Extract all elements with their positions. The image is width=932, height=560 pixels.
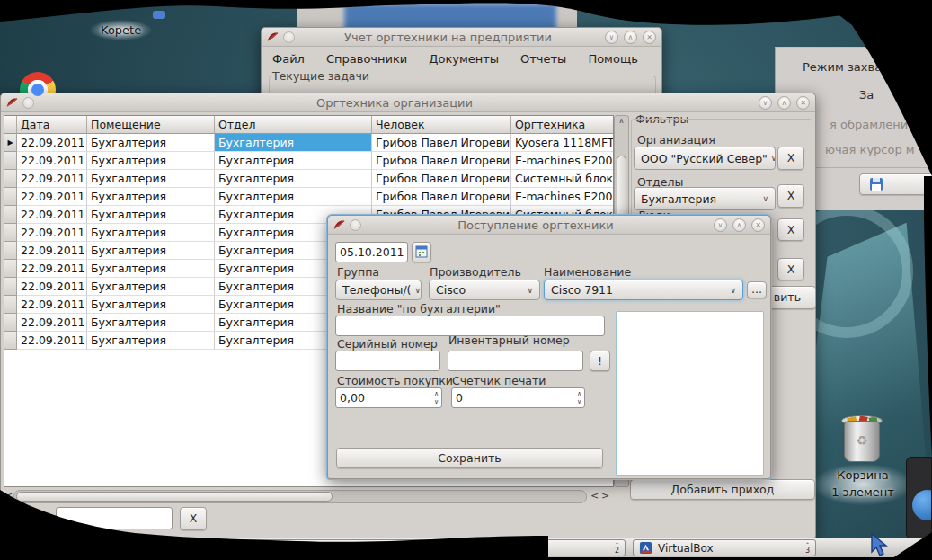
spinner-arrows-icon[interactable]: ∧∨ — [577, 389, 581, 407]
main-window-titlebar[interactable]: Учет оргтехники на предприятии ∨ ∧ ✕ — [262, 28, 661, 47]
dialog-list-box[interactable] — [616, 311, 764, 476]
scroll-right-icon[interactable]: > — [601, 490, 609, 502]
warning-button[interactable]: ! — [590, 351, 610, 371]
clear-organization-button[interactable]: X — [777, 147, 804, 170]
ksnapshot-save-button[interactable] — [859, 173, 932, 195]
table-cell[interactable]: E-machines E200H — [511, 152, 614, 170]
scroll-up-icon[interactable]: ∧ — [616, 117, 627, 130]
trash-label[interactable]: Корзина 1 элемент — [813, 464, 912, 505]
clear-filter4-button[interactable]: X — [777, 258, 804, 280]
table-cell[interactable]: Системный блок — [511, 170, 614, 188]
panel-widget-fragment[interactable] — [906, 457, 932, 539]
more-button[interactable]: ... — [747, 281, 767, 298]
calendar-button[interactable] — [412, 242, 431, 262]
table-cell[interactable]: 22.09.2011 — [17, 152, 87, 170]
window-menu-button[interactable] — [22, 97, 34, 109]
table-cell[interactable]: 22.09.2011 — [17, 242, 87, 260]
row-header-cell[interactable] — [4, 224, 17, 242]
column-header-room[interactable]: Помещение — [87, 116, 215, 134]
table-cell[interactable]: Грибов Павел Игоревич — [372, 134, 511, 152]
row-header-cell[interactable] — [4, 206, 17, 224]
inventory-input[interactable] — [448, 351, 583, 371]
minimize-icon[interactable]: ∨ — [759, 96, 772, 110]
corner-header-cell[interactable] — [4, 116, 17, 134]
column-header-department[interactable]: Отдел — [215, 116, 372, 134]
horizontal-scrollbar-thumb[interactable] — [16, 492, 333, 502]
serial-input[interactable] — [335, 351, 440, 371]
table-cell[interactable]: 22.09.2011 — [17, 332, 87, 350]
menu-documents[interactable]: Документы — [418, 52, 510, 66]
table-cell[interactable]: Бухгалтерия — [215, 152, 372, 170]
table-cell[interactable]: E-machines E200H — [511, 188, 614, 206]
spinner-arrows-icon[interactable]: ∧∨ — [434, 389, 439, 407]
table-cell[interactable]: Грибов Павел Игоревич — [372, 152, 511, 170]
maximize-icon[interactable]: ∧ — [777, 96, 791, 110]
table-cell[interactable]: Kyosera 1118MFT — [511, 134, 614, 152]
name-select[interactable]: Cisco 7911 ∨ — [544, 280, 743, 300]
table-cell[interactable]: Бухгалтерия — [87, 296, 215, 314]
table-cell[interactable]: 22.09.2011 — [17, 260, 87, 278]
table-cell[interactable]: 22.09.2011 — [17, 134, 87, 152]
maximize-icon[interactable]: ∧ — [624, 31, 637, 44]
table-filter-input[interactable] — [56, 507, 173, 529]
row-header-cell[interactable] — [4, 332, 17, 350]
table-cell[interactable]: 22.09.2011 — [17, 314, 87, 332]
kopete-icon-fragment[interactable] — [153, 11, 165, 19]
column-header-person[interactable]: Человек — [372, 116, 511, 134]
table-cell[interactable]: Бухгалтерия — [87, 278, 215, 296]
add-receipt-button[interactable]: Добавить приход — [630, 479, 815, 500]
date-input[interactable] — [335, 242, 408, 262]
table-row[interactable]: ▶22.09.2011БухгалтерияБухгалтерияГрибов … — [4, 134, 613, 152]
departments-select[interactable]: Бухгалтерия ∨ — [634, 187, 776, 210]
table-cell[interactable]: Бухгалтерия — [87, 224, 215, 242]
close-icon[interactable]: ✕ — [643, 31, 656, 44]
table-cell[interactable]: 22.09.2011 — [17, 278, 87, 296]
column-header-equipment[interactable]: Оргтехника — [511, 116, 614, 134]
price-input[interactable] — [335, 387, 442, 408]
table-cell[interactable]: Бухгалтерия — [87, 170, 215, 188]
table-cell[interactable]: Грибов Павел Игоревич — [372, 188, 511, 206]
clear-departments-button[interactable]: X — [777, 184, 804, 208]
row-header-cell[interactable] — [4, 260, 17, 278]
row-header-cell[interactable] — [4, 188, 17, 206]
kopete-desktop-icon-label[interactable]: Kopete — [90, 20, 152, 40]
column-header-date[interactable]: Дата — [17, 116, 87, 134]
table-cell[interactable]: 22.09.2011 — [17, 296, 87, 314]
table-cell[interactable]: Грибов Павел Игоревич — [372, 170, 511, 188]
table-cell[interactable]: 22.09.2011 — [17, 206, 87, 224]
table-cell[interactable]: Бухгалтерия — [87, 314, 215, 332]
organization-select[interactable]: ООО "Русский Север" ∨ — [634, 147, 776, 170]
minimize-icon[interactable]: ∨ — [714, 218, 727, 232]
equipment-window-titlebar[interactable]: Оргтехника организации ∨ ∧ ✕ — [1, 93, 815, 112]
table-cell[interactable]: Бухгалтерия — [87, 332, 215, 350]
row-header-cell[interactable] — [4, 296, 17, 314]
table-cell[interactable]: 22.09.2011 — [17, 188, 87, 206]
menu-help[interactable]: Помощь — [577, 52, 648, 66]
table-cell[interactable]: Бухгалтерия — [215, 188, 372, 206]
table-cell[interactable]: Бухгалтерия — [215, 134, 372, 152]
table-cell[interactable]: 22.09.2011 — [17, 224, 87, 242]
table-row[interactable]: 22.09.2011БухгалтерияБухгалтерияГрибов П… — [4, 188, 613, 206]
window-menu-button[interactable] — [283, 31, 295, 43]
manufacturer-select[interactable]: Cisco ∨ — [429, 280, 540, 300]
trash-icon[interactable]: ♻ — [839, 413, 884, 464]
maximize-icon[interactable]: ∧ — [732, 218, 746, 232]
table-cell[interactable]: Бухгалтерия — [87, 134, 215, 152]
table-cell[interactable]: Бухгалтерия — [87, 260, 215, 278]
counter-input[interactable] — [451, 387, 585, 408]
table-cell[interactable]: Бухгалтерия — [87, 152, 215, 170]
menu-reports[interactable]: Отчеты — [510, 52, 577, 66]
menu-file[interactable]: Файл — [272, 52, 315, 66]
window-menu-button[interactable] — [350, 219, 361, 231]
row-header-cell[interactable]: ▶ — [4, 134, 17, 152]
row-header-cell[interactable] — [4, 314, 17, 332]
filter-clear-button[interactable]: X — [180, 507, 207, 530]
table-row[interactable]: 22.09.2011БухгалтерияБухгалтерияГрибов П… — [4, 170, 613, 188]
receipt-dialog-titlebar[interactable]: Поступление оргтехники ∨ ∧ ✕ — [328, 216, 770, 235]
menu-directories[interactable]: Справочники — [315, 52, 418, 66]
table-cell[interactable]: Бухгалтерия — [87, 188, 215, 206]
row-header-cell[interactable] — [4, 242, 17, 260]
close-icon[interactable]: ✕ — [751, 218, 765, 232]
task-ksnapshot[interactable]: jpeg — KSnapshot ⌃ — [225, 539, 439, 556]
save-button[interactable]: Сохранить — [336, 448, 603, 468]
